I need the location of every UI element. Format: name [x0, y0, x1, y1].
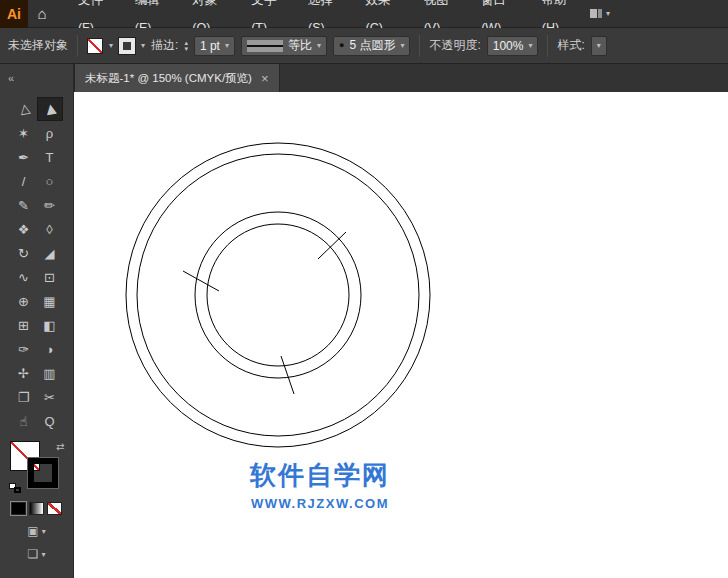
chevron-down-icon: ▾ [528, 41, 532, 50]
blob-brush-tool-icon: ❖ [18, 222, 30, 237]
app-logo: Ai [0, 0, 28, 28]
stroke-width-stepper[interactable]: ▴ ▾ [184, 40, 188, 52]
slice-tool-icon: ✂ [44, 390, 55, 405]
slice-tool[interactable]: ✂ [37, 385, 63, 409]
artwork-circle-3[interactable] [195, 212, 361, 378]
perspective-grid-tool-icon: ▦ [43, 294, 55, 309]
pencil-tool[interactable]: ✏ [37, 193, 63, 217]
mesh-tool[interactable]: ⊞ [11, 313, 37, 337]
brush-definition-dropdown[interactable]: ● 5 点圆形 ▾ [333, 36, 410, 56]
artboard-tool-icon: ❐ [18, 390, 30, 405]
stroke-width-value: 1 pt [200, 39, 220, 53]
close-icon[interactable]: × [261, 72, 269, 85]
zoom-tool[interactable]: Q [37, 409, 63, 433]
eraser-tool[interactable]: ◊ [37, 217, 63, 241]
hand-tool[interactable]: ☝ [11, 409, 37, 433]
fill-chevron-icon[interactable]: ▾ [109, 41, 113, 50]
gradient-tool-icon: ◧ [43, 318, 55, 333]
perspective-grid-tool[interactable]: ▦ [37, 289, 63, 313]
artwork-tick-2[interactable] [318, 232, 346, 259]
stepper-down-icon[interactable]: ▾ [184, 46, 188, 52]
paintbrush-tool-icon: ✎ [18, 198, 29, 213]
line-segment-tool-icon: / [22, 174, 26, 189]
screen-mode-button[interactable]: ❏ ▾ [28, 547, 46, 561]
direct-selection-tool[interactable]: ▷ [11, 97, 37, 121]
artwork-tick-1[interactable] [183, 271, 219, 291]
document-tab[interactable]: 未标题-1* @ 150% (CMYK/预览) × [74, 64, 280, 92]
drawing-mode-button[interactable]: ▣ ▾ [27, 524, 45, 538]
default-fill-stroke-icon[interactable] [9, 483, 21, 493]
blob-brush-tool[interactable]: ❖ [11, 217, 37, 241]
illustrator-window: Ai ⌂ 文件(F)编辑(E)对象(O)文字(T)选择(S)效果(C)视图(V)… [0, 0, 728, 578]
chevron-down-icon: ▾ [597, 41, 601, 50]
fill-color-swatch[interactable] [87, 38, 103, 54]
rotate-tool-icon: ↻ [18, 246, 29, 261]
column-graph-tool[interactable]: ▥ [37, 361, 63, 385]
width-tool[interactable]: ∿ [11, 265, 37, 289]
artwork-tick-3[interactable] [281, 356, 294, 394]
divider [77, 35, 78, 57]
none-button[interactable] [47, 502, 62, 515]
style-label: 样式: [557, 37, 584, 54]
paintbrush-tool[interactable]: ✎ [11, 193, 37, 217]
style-dropdown[interactable]: ▾ [591, 36, 607, 56]
free-transform-tool[interactable]: ⊡ [37, 265, 63, 289]
swap-fill-stroke-icon[interactable]: ⇄ [56, 441, 64, 452]
tool-grid: ▷▶✶ρ✒T/○✎✏❖◊↻◢∿⊡⊕▦⊞◧✑◑✢▥❐✂☝Q [11, 97, 63, 433]
divider [547, 35, 548, 57]
artwork-circle-4[interactable] [207, 224, 349, 366]
stroke-swatch[interactable] [28, 458, 58, 488]
stroke-width-dropdown[interactable]: 1 pt ▾ [194, 36, 235, 56]
stroke-color-swatch[interactable] [119, 38, 135, 54]
width-tool-icon: ∿ [18, 270, 29, 285]
gradient-button[interactable] [29, 502, 44, 515]
width-profile-value: 等比 [288, 37, 312, 54]
magic-wand-tool[interactable]: ✶ [11, 121, 37, 145]
artwork-circle-2[interactable] [137, 154, 419, 436]
document-tab-bar: 未标题-1* @ 150% (CMYK/预览) × [74, 64, 728, 92]
document-tab-title: 未标题-1* @ 150% (CMYK/预览) [85, 71, 252, 86]
symbol-sprayer-tool[interactable]: ✢ [11, 361, 37, 385]
symbol-sprayer-tool-icon: ✢ [18, 366, 29, 381]
selection-tool[interactable]: ▶ [37, 97, 63, 121]
main-area: ▷▶✶ρ✒T/○✎✏❖◊↻◢∿⊡⊕▦⊞◧✑◑✢▥❐✂☝Q ⇄ ▣ [0, 92, 728, 578]
type-tool[interactable]: T [37, 145, 63, 169]
eyedropper-tool-icon: ✑ [18, 342, 29, 357]
pencil-tool-icon: ✏ [44, 198, 55, 213]
chevron-down-icon: ▾ [41, 550, 45, 559]
workspace-switcher[interactable]: ▾ [590, 9, 610, 18]
eyedropper-tool[interactable]: ✑ [11, 337, 37, 361]
stroke-chevron-icon[interactable]: ▾ [141, 41, 145, 50]
rotate-tool[interactable]: ↻ [11, 241, 37, 265]
chevron-down-icon: ▾ [42, 527, 46, 536]
color-button[interactable] [11, 502, 26, 515]
artboard-tool[interactable]: ❐ [11, 385, 37, 409]
opacity-dropdown[interactable]: 100% ▾ [487, 36, 539, 56]
shape-builder-tool-icon: ⊕ [18, 294, 29, 309]
artwork-circle-1[interactable] [126, 143, 430, 447]
chevron-down-icon: ▾ [606, 9, 610, 18]
shape-builder-tool[interactable]: ⊕ [11, 289, 37, 313]
none-icon [48, 503, 61, 514]
width-profile-dropdown[interactable]: 等比 ▾ [241, 36, 327, 56]
line-segment-tool[interactable]: / [11, 169, 37, 193]
lasso-tool[interactable]: ρ [37, 121, 63, 145]
tab-row: « 未标题-1* @ 150% (CMYK/预览) × [0, 64, 728, 92]
watermark-url: WWW.RJZXW.COM [220, 496, 420, 511]
gradient-tool[interactable]: ◧ [37, 313, 63, 337]
collapse-panel-icon[interactable]: « [8, 72, 14, 84]
scale-tool-icon: ◢ [45, 246, 55, 261]
selection-tool-icon: ▶ [41, 103, 58, 115]
tools-panel: ▷▶✶ρ✒T/○✎✏❖◊↻◢∿⊡⊕▦⊞◧✑◑✢▥❐✂☝Q ⇄ ▣ [0, 92, 74, 578]
ellipse-tool-icon: ○ [46, 174, 54, 189]
ellipse-tool[interactable]: ○ [37, 169, 63, 193]
brush-preview-icon: ● [339, 41, 344, 50]
chevron-down-icon: ▾ [317, 41, 321, 50]
home-icon[interactable]: ⌂ [28, 0, 56, 28]
hand-tool-icon: ☝ [20, 414, 28, 429]
blend-tool[interactable]: ◑ [37, 337, 63, 361]
canvas[interactable]: 软件自学网 WWW.RJZXW.COM [74, 92, 728, 578]
scale-tool[interactable]: ◢ [37, 241, 63, 265]
pen-tool-icon: ✒ [18, 150, 29, 165]
pen-tool[interactable]: ✒ [11, 145, 37, 169]
